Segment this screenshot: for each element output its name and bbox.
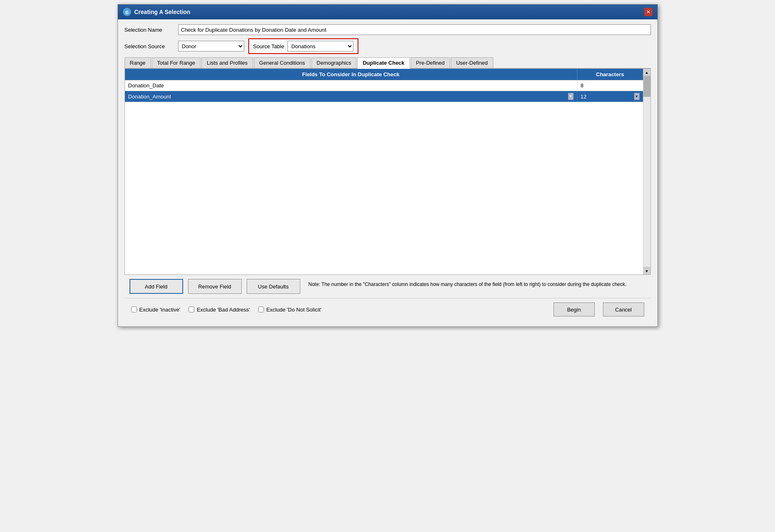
- tab-pre-defined[interactable]: Pre-Defined: [411, 57, 450, 68]
- window-body: Selection Name Selection Source Donor So…: [118, 19, 657, 326]
- col-chars-header: Characters: [577, 69, 643, 80]
- exclude-do-not-solicit-label: Exclude 'Do Not Solicit': [266, 307, 322, 313]
- scrollbar[interactable]: ▲ ▼: [643, 69, 650, 274]
- window-title: Creating A Selection: [134, 9, 191, 15]
- tab-lists-and-profiles[interactable]: Lists and Profiles: [201, 57, 253, 68]
- tab-range[interactable]: Range: [125, 57, 151, 68]
- exclude-do-not-solicit-checkbox-item: Exclude 'Do Not Solicit': [258, 307, 322, 313]
- selection-name-row: Selection Name: [125, 24, 651, 35]
- tab-total-for-range[interactable]: Total For Range: [152, 57, 201, 68]
- scroll-down-arrow[interactable]: ▼: [643, 267, 650, 274]
- exclude-do-not-solicit-checkbox[interactable]: [258, 307, 264, 312]
- buttons-row: Add Field Remove Field Use Defaults Note…: [125, 275, 651, 298]
- field-donation-amount: Donation_Amount ▼: [125, 91, 577, 102]
- add-field-button[interactable]: Add Field: [130, 279, 183, 294]
- bottom-bar: Exclude 'Inactive' Exclude 'Bad Address'…: [125, 298, 651, 321]
- selection-name-input[interactable]: [178, 24, 651, 35]
- tab-content: Fields To Consider In Duplicate Check Ch…: [125, 69, 651, 275]
- remove-field-button[interactable]: Remove Field: [188, 279, 242, 294]
- selection-source-select[interactable]: Donor: [178, 41, 244, 52]
- begin-button[interactable]: Begin: [554, 302, 595, 316]
- chars-dropdown-icon[interactable]: ▼: [634, 93, 640, 100]
- scroll-thumb[interactable]: [643, 76, 650, 97]
- table-row[interactable]: Donation_Amount ▼ 12 ▼: [125, 91, 643, 102]
- scroll-up-arrow[interactable]: ▲: [643, 69, 650, 76]
- chars-donation-date: 8: [577, 81, 643, 90]
- source-table-label: Source Table: [253, 43, 285, 49]
- col-fields-header: Fields To Consider In Duplicate Check: [125, 69, 577, 80]
- exclude-bad-address-checkbox[interactable]: [188, 307, 194, 312]
- app-icon: ◎: [123, 8, 131, 16]
- tab-user-defined[interactable]: User-Defined: [451, 57, 493, 68]
- main-window: ◎ Creating A Selection ✕ Selection Name …: [118, 4, 658, 327]
- tab-demographics[interactable]: Demographics: [311, 57, 357, 68]
- close-button[interactable]: ✕: [644, 8, 653, 16]
- selection-source-row: Selection Source Donor Source Table Dona…: [125, 38, 651, 54]
- field-donation-date: Donation_Date: [125, 81, 577, 90]
- table-row[interactable]: Donation_Date 8: [125, 80, 643, 91]
- exclude-bad-address-label: Exclude 'Bad Address': [197, 307, 250, 313]
- source-table-box: Source Table Donations: [248, 38, 359, 54]
- title-bar-left: ◎ Creating A Selection: [123, 8, 191, 16]
- tab-duplicate-check[interactable]: Duplicate Check: [357, 57, 410, 69]
- exclude-bad-address-checkbox-item: Exclude 'Bad Address': [188, 307, 250, 313]
- tabs-row: Range Total For Range Lists and Profiles…: [125, 57, 651, 69]
- selection-source-label: Selection Source: [125, 43, 174, 49]
- title-bar: ◎ Creating A Selection ✕: [118, 5, 657, 19]
- field-dropdown-icon[interactable]: ▼: [568, 93, 574, 100]
- source-table-select[interactable]: Donations: [287, 41, 353, 52]
- use-defaults-button[interactable]: Use Defaults: [247, 279, 300, 294]
- chars-donation-amount: 12 ▼: [577, 91, 643, 102]
- selection-name-label: Selection Name: [125, 27, 174, 33]
- exclude-inactive-checkbox-item: Exclude 'Inactive': [131, 307, 181, 313]
- exclude-inactive-label: Exclude 'Inactive': [139, 307, 181, 313]
- table-header: Fields To Consider In Duplicate Check Ch…: [125, 69, 643, 80]
- tab-general-conditions[interactable]: General Conditions: [254, 57, 310, 68]
- source-section: Donor Source Table Donations: [178, 38, 651, 54]
- cancel-button[interactable]: Cancel: [603, 302, 644, 316]
- note-text: Note: The number in the "Characters" col…: [305, 279, 646, 290]
- exclude-inactive-checkbox[interactable]: [131, 307, 137, 312]
